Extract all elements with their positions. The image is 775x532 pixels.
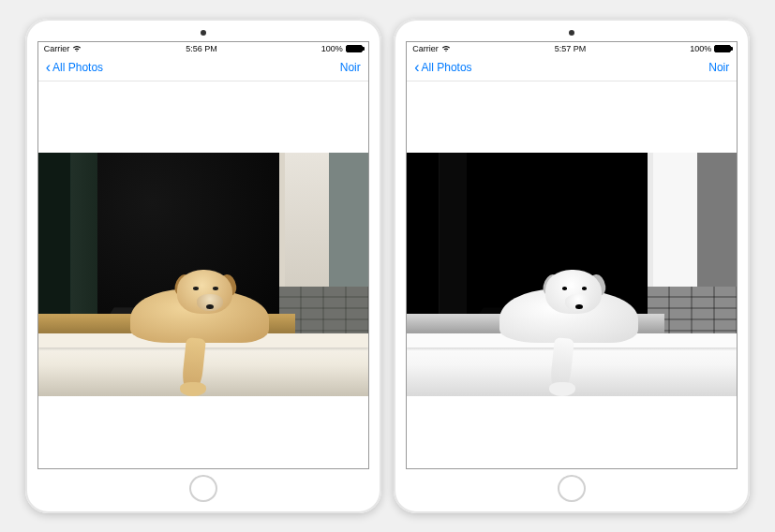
front-camera — [201, 30, 206, 36]
home-button[interactable] — [189, 475, 217, 502]
navigation-bar: ‹ All Photos Noir — [407, 55, 737, 81]
back-button[interactable]: ‹ All Photos — [414, 60, 471, 75]
status-right: 100% — [690, 44, 731, 53]
carrier-label: Carrier — [44, 44, 70, 53]
ipad-device-left: Carrier 5:56 PM 100% ‹ All Photos Noir — [25, 19, 381, 513]
photo-color — [38, 153, 368, 396]
screen: Carrier 5:56 PM 100% ‹ All Photos Noir — [37, 41, 369, 469]
wifi-icon — [72, 45, 82, 52]
noir-filter-button[interactable]: Noir — [340, 61, 361, 74]
chevron-left-icon: ‹ — [414, 60, 419, 75]
photo-viewer[interactable] — [407, 81, 737, 468]
screen: Carrier 5:57 PM 100% ‹ All Photos Noir — [406, 41, 738, 469]
navigation-bar: ‹ All Photos Noir — [38, 55, 368, 81]
status-right: 100% — [321, 44, 363, 53]
home-button[interactable] — [558, 475, 586, 502]
status-left: Carrier — [412, 44, 451, 53]
battery-icon — [346, 45, 363, 52]
clock-label: 5:57 PM — [555, 44, 587, 53]
dog-photo-color — [38, 153, 368, 396]
battery-percent-label: 100% — [690, 44, 711, 53]
front-camera — [569, 30, 574, 36]
photo-viewer[interactable] — [38, 81, 368, 468]
back-button-label: All Photos — [52, 61, 103, 74]
battery-icon — [714, 45, 731, 52]
clock-label: 5:56 PM — [186, 44, 217, 53]
status-bar: Carrier 5:56 PM 100% — [38, 42, 368, 55]
ipad-device-right: Carrier 5:57 PM 100% ‹ All Photos Noir — [394, 19, 750, 513]
status-left: Carrier — [44, 44, 82, 53]
wifi-icon — [441, 45, 451, 52]
photo-noir — [407, 153, 737, 396]
carrier-label: Carrier — [412, 44, 439, 53]
action-button-label: Noir — [340, 61, 361, 74]
back-button[interactable]: ‹ All Photos — [46, 60, 103, 75]
noir-filter-button[interactable]: Noir — [708, 61, 729, 74]
back-button-label: All Photos — [422, 61, 472, 74]
chevron-left-icon: ‹ — [46, 60, 51, 75]
battery-percent-label: 100% — [321, 44, 343, 53]
dog-photo-noir — [407, 153, 737, 396]
status-bar: Carrier 5:57 PM 100% — [407, 42, 737, 55]
action-button-label: Noir — [708, 61, 729, 74]
